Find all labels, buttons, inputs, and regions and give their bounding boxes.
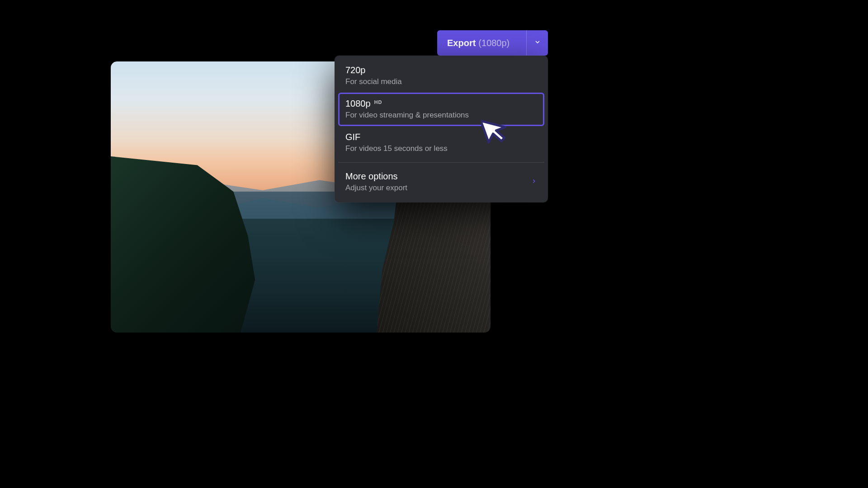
chevron-right-icon bbox=[531, 178, 537, 186]
export-button-resolution: (1080p) bbox=[478, 38, 509, 48]
divider bbox=[338, 162, 544, 163]
export-option-title: GIF bbox=[345, 132, 360, 142]
export-option-720p[interactable]: 720p For social media bbox=[338, 59, 544, 93]
export-option-subtitle: For video streaming & presentations bbox=[345, 111, 537, 120]
more-options-subtitle: Adjust your export bbox=[345, 183, 531, 192]
export-options-dropdown: 720p For social media 1080p HD For video… bbox=[335, 56, 548, 202]
export-option-subtitle: For videos 15 seconds or less bbox=[345, 144, 537, 153]
export-option-title: 720p bbox=[345, 65, 366, 75]
export-dropdown-toggle[interactable] bbox=[526, 30, 548, 56]
export-button-label: Export bbox=[447, 38, 476, 48]
chevron-down-icon bbox=[534, 38, 541, 47]
export-more-options[interactable]: More options Adjust your export bbox=[338, 165, 544, 199]
hd-badge: HD bbox=[374, 99, 382, 105]
more-options-title: More options bbox=[345, 171, 531, 182]
export-split-button: Export (1080p) bbox=[437, 30, 548, 56]
export-option-gif[interactable]: GIF For videos 15 seconds or less bbox=[338, 126, 544, 160]
export-option-title: 1080p bbox=[345, 99, 371, 109]
export-button[interactable]: Export (1080p) bbox=[437, 30, 526, 56]
export-option-1080p[interactable]: 1080p HD For video streaming & presentat… bbox=[338, 93, 544, 126]
export-option-subtitle: For social media bbox=[345, 77, 537, 86]
